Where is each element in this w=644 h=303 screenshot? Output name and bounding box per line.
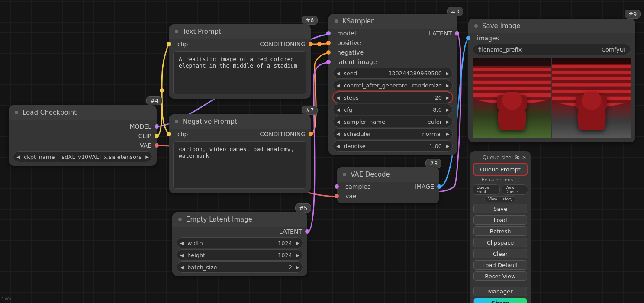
arrow-right-icon[interactable]: ▶: [443, 119, 452, 124]
port-icon[interactable]: [335, 194, 339, 198]
field-control-after-generate[interactable]: ◀control_after_generaterandomize▶: [333, 80, 453, 91]
collapse-dot-icon[interactable]: [175, 30, 178, 33]
save-button[interactable]: Save: [473, 204, 527, 213]
port-icon[interactable]: [326, 41, 331, 45]
field-height[interactable]: ◀ height 1024 ▶: [177, 249, 303, 261]
input-clip[interactable]: clip CONDITIONING: [169, 39, 311, 49]
node-empty-latent[interactable]: Empty Latent Image LATENT ◀ width 1024 ▶…: [172, 212, 307, 276]
clear-button[interactable]: Clear: [473, 249, 527, 258]
side-menu[interactable]: Queue size: 0 ⚙ ✕ Queue Prompt Extra opt…: [470, 151, 531, 303]
arrow-left-icon[interactable]: ◀: [333, 119, 343, 124]
arrow-right-icon[interactable]: ▶: [443, 107, 452, 112]
refresh-button[interactable]: Refresh: [473, 226, 527, 236]
input-samples[interactable]: samples IMAGE: [337, 182, 439, 191]
arrow-left-icon[interactable]: ◀: [177, 253, 187, 258]
arrow-left-icon[interactable]: ◀: [333, 83, 343, 88]
collapse-dot-icon[interactable]: [335, 19, 338, 23]
field-seed[interactable]: ◀seed330244389969500▶: [333, 68, 453, 79]
port-icon[interactable]: [167, 132, 171, 136]
close-icon[interactable]: ✕: [522, 155, 526, 161]
field-scheduler[interactable]: ◀schedulernormal▶: [333, 128, 453, 139]
prompt-textarea[interactable]: A realistic image of a red colored eleph…: [173, 51, 306, 94]
view-queue-button[interactable]: View Queue: [502, 184, 528, 195]
node-header[interactable]: Negative Prompt: [169, 114, 311, 129]
port-icon[interactable]: [309, 42, 313, 46]
extra-options-row[interactable]: Extra options: [473, 177, 528, 183]
port-icon[interactable]: [155, 134, 159, 138]
port-icon[interactable]: [155, 143, 159, 148]
node-ksampler[interactable]: KSampler model LATENT positive negative …: [328, 14, 457, 155]
node-header[interactable]: KSampler: [328, 14, 457, 29]
field-width[interactable]: ◀ width 1024 ▶: [177, 237, 303, 248]
node-header[interactable]: Empty Latent Image: [172, 212, 307, 227]
reset-view-button[interactable]: Reset View: [473, 271, 527, 281]
node-vae-decode[interactable]: VAE Decode samples IMAGE vae: [337, 167, 439, 203]
node-header[interactable]: Save Image: [468, 19, 635, 33]
collapse-dot-icon[interactable]: [474, 24, 478, 28]
port-icon[interactable]: [326, 60, 331, 64]
arrow-right-icon[interactable]: ▶: [443, 132, 452, 136]
collapse-dot-icon[interactable]: [15, 111, 18, 114]
port-icon[interactable]: [437, 184, 441, 189]
node-save-image[interactable]: Save Image images filename_prefix ComfyU…: [468, 19, 635, 142]
arrow-right-icon[interactable]: ▶: [293, 241, 303, 245]
arrow-right-icon[interactable]: ▶: [293, 253, 303, 258]
arrow-right-icon[interactable]: ▶: [142, 155, 152, 159]
arrow-left-icon[interactable]: ◀: [333, 132, 343, 136]
view-history-button[interactable]: View History: [484, 196, 516, 202]
collapse-dot-icon[interactable]: [343, 173, 346, 176]
field-batch-size[interactable]: ◀ batch_size 2 ▶: [177, 261, 303, 273]
input-positive[interactable]: positive: [328, 38, 457, 48]
node-header[interactable]: Text Prompt: [169, 24, 311, 39]
arrow-right-icon[interactable]: ▶: [443, 71, 452, 76]
arrow-left-icon[interactable]: ◀: [13, 155, 23, 159]
arrow-left-icon[interactable]: ◀: [333, 71, 343, 76]
negative-prompt-textarea[interactable]: cartoon, video games, bad anatomy, water…: [173, 141, 306, 189]
arrow-right-icon[interactable]: ▶: [443, 144, 452, 148]
image-thumbnail[interactable]: [473, 58, 551, 138]
node-header[interactable]: Load Checkpoint: [9, 105, 157, 120]
queue-front-button[interactable]: Queue Front: [473, 184, 500, 195]
port-icon[interactable]: [305, 229, 309, 234]
field-sampler-name[interactable]: ◀sampler_nameeuler▶: [333, 116, 453, 127]
output-model[interactable]: MODEL: [9, 122, 157, 131]
port-icon[interactable]: [326, 50, 331, 55]
field-filename-prefix[interactable]: filename_prefix ComfyUI: [473, 44, 631, 55]
arrow-right-icon[interactable]: ▶: [443, 95, 452, 100]
input-clip[interactable]: clip CONDITIONING: [169, 129, 311, 139]
extra-options-checkbox[interactable]: [515, 178, 519, 182]
node-header[interactable]: VAE Decode: [337, 167, 439, 182]
field-cfg[interactable]: ◀cfg8.0▶: [333, 104, 453, 115]
port-icon[interactable]: [309, 132, 313, 136]
node-load-checkpoint[interactable]: Load Checkpoint MODEL CLIP VAE ◀ ckpt_na…: [9, 105, 157, 166]
input-vae[interactable]: vae: [337, 191, 439, 201]
arrow-left-icon[interactable]: ◀: [333, 144, 343, 148]
arrow-left-icon[interactable]: ◀: [333, 107, 343, 112]
load-button[interactable]: Load: [473, 215, 527, 225]
node-negative-prompt[interactable]: Negative Prompt clip CONDITIONING cartoo…: [169, 114, 311, 193]
image-thumbnail[interactable]: [552, 58, 631, 138]
arrow-left-icon[interactable]: ◀: [177, 241, 187, 245]
port-icon[interactable]: [335, 184, 339, 189]
manager-button[interactable]: Manager: [473, 287, 527, 296]
input-negative[interactable]: negative: [328, 48, 457, 57]
input-images[interactable]: images: [468, 33, 635, 43]
output-latent[interactable]: LATENT: [172, 227, 307, 236]
arrow-right-icon[interactable]: ▶: [443, 83, 452, 88]
port-icon[interactable]: [455, 31, 459, 35]
node-text-prompt[interactable]: Text Prompt clip CONDITIONING A realisti…: [169, 24, 311, 99]
input-model[interactable]: model LATENT: [328, 29, 457, 38]
output-vae[interactable]: VAE: [9, 141, 157, 150]
output-clip[interactable]: CLIP: [9, 131, 157, 141]
field-ckpt-name[interactable]: ◀ ckpt_name sdXL_v10VAEFix.safetensors ▶: [13, 151, 152, 162]
port-icon[interactable]: [167, 42, 171, 46]
field-steps[interactable]: ◀steps20▶: [333, 92, 453, 103]
collapse-dot-icon[interactable]: [175, 120, 178, 123]
gear-icon[interactable]: ⚙: [515, 155, 520, 161]
share-button[interactable]: Share: [473, 298, 527, 303]
port-icon[interactable]: [466, 36, 470, 40]
arrow-right-icon[interactable]: ▶: [293, 265, 303, 270]
arrow-left-icon[interactable]: ◀: [177, 265, 187, 270]
collapse-dot-icon[interactable]: [178, 218, 182, 221]
queue-prompt-button[interactable]: Queue Prompt: [473, 163, 527, 175]
